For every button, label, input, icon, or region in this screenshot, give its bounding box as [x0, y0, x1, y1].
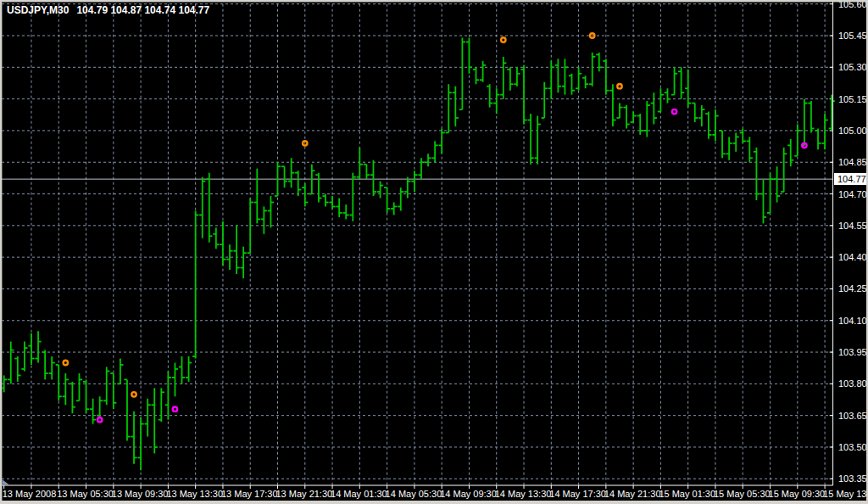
price-axis-label: 103.80 [838, 378, 866, 389]
ohlc-bar [254, 169, 260, 224]
orange-signal-marker-icon [617, 84, 621, 88]
orange-signal-marker-icon [64, 361, 68, 365]
ohlc-bar [159, 388, 164, 422]
ohlc-bar [152, 388, 158, 453]
ohlc-bar [70, 382, 75, 413]
symbol-period-label: USDJPY,M30 [7, 4, 69, 16]
ohlc-bar [364, 165, 370, 179]
ohlc-bar [172, 362, 178, 396]
ohlc-bar [357, 148, 363, 179]
ohlc-bar [644, 101, 650, 137]
time-axis-label: 15 May 13:30 [823, 489, 866, 499]
ohlc-bar [794, 124, 800, 155]
time-axis-label: 15 May 09:30 [769, 489, 826, 499]
ohlc-bar [665, 88, 670, 103]
ohlc-bar [671, 67, 677, 94]
ohlc-bar [377, 182, 383, 199]
chart-plot-area[interactable]: USDJPY,M30104.79 104.87 104.74 104.77 10… [2, 2, 866, 501]
ohlc-bar [42, 350, 48, 380]
ohlc-bar [754, 148, 760, 200]
ohlc-bar [90, 399, 96, 424]
ohlc-bar [186, 356, 192, 382]
ohlc-bar [453, 87, 459, 126]
price-axis-label: 104.85 [838, 157, 866, 167]
ohlc-bar [213, 227, 219, 249]
ohlc-bar [97, 396, 103, 417]
ohlc-bar [507, 67, 513, 90]
ohlc-bar [493, 88, 499, 114]
ohlc-bar [329, 196, 335, 209]
ohlc-bar [808, 101, 814, 132]
price-axis-label: 103.35 [838, 473, 866, 484]
ohlc-bar [596, 53, 602, 71]
ohlc-bar [117, 359, 123, 384]
ohlc-bar [829, 95, 835, 131]
price-bars [2, 37, 835, 470]
chart-title: USDJPY,M30104.79 104.87 104.74 104.77 [7, 4, 209, 16]
time-axis-label: 13 May 21:30 [276, 489, 333, 499]
ohlc-bar [124, 379, 130, 440]
ohlc-bar [110, 373, 116, 409]
ohlc-bar [384, 188, 390, 213]
time-axis-label: 15 May 05:30 [714, 489, 771, 499]
ohlc-bar [589, 53, 595, 87]
time-axis-label: 13 May 05:30 [57, 489, 114, 499]
price-axis-label: 104.55 [838, 221, 866, 231]
time-axis-label: 13 May 2008 [3, 489, 57, 499]
ohlc-bar [83, 379, 89, 413]
ohlc-bar [555, 59, 561, 92]
ohlc-bar [295, 171, 301, 196]
ohlc-bar [220, 221, 225, 266]
ohlc-bar [705, 112, 711, 139]
ohlc-bar [500, 57, 506, 99]
ohlc-bar [480, 61, 486, 82]
price-axis-label: 103.65 [838, 411, 866, 421]
ohlc-bar [535, 116, 541, 165]
ohlc-bar [350, 173, 356, 221]
price-axis-label: 105.30 [838, 62, 866, 72]
price-axis-label: 105.00 [838, 126, 866, 136]
ohlc-bar [473, 67, 479, 84]
ohlc-bar [398, 188, 403, 210]
price-axis-label: 105.60 [838, 2, 866, 9]
ohlc-bar [631, 112, 637, 122]
ohlc-bar [425, 154, 431, 166]
price-axis-label: 104.40 [838, 252, 866, 262]
time-axis-label: 14 May 13:30 [495, 489, 552, 499]
ohlc-bar [760, 179, 766, 223]
current-price-value: 104.77 [837, 174, 866, 184]
ohlc-bar [131, 412, 136, 464]
ohlc-bar [692, 104, 698, 122]
ohlc-bar [268, 196, 274, 227]
ohlc-bar [747, 137, 753, 162]
current-price-label: 104.77 [834, 173, 866, 185]
time-axis-label: 14 May 05:30 [386, 489, 442, 499]
ohlc-bar [233, 226, 239, 274]
ohlc-bar [774, 166, 780, 202]
ohlc-bar [658, 88, 664, 111]
chart-window: USDJPY,M30104.79 104.87 104.74 104.77 10… [0, 0, 868, 504]
time-axis-label: 14 May 21:30 [604, 489, 661, 499]
time-axis-label: 13 May 09:30 [112, 489, 169, 499]
ohlc-bar [514, 67, 520, 86]
ohlc-bar [446, 84, 452, 132]
ohlc-bar [637, 114, 643, 135]
time-axis-label: 14 May 17:30 [549, 489, 606, 499]
orange-signal-marker-icon [131, 392, 136, 396]
ohlc-bar [582, 76, 588, 88]
ohlc-bar [609, 84, 615, 126]
ohlc-bar [651, 92, 657, 124]
ohlc-bar [199, 177, 205, 238]
scroll-end-marker-icon [3, 479, 10, 485]
ohlc-bar [726, 137, 732, 160]
chart-canvas[interactable] [2, 2, 866, 501]
time-axis-label: 14 May 01:30 [331, 489, 387, 499]
magenta-signal-marker-icon [97, 417, 102, 422]
ohlc-bar [719, 131, 725, 158]
ohlc-bar [542, 82, 548, 118]
ohlc-bar [418, 158, 424, 179]
ohlc-bar [733, 132, 739, 151]
ohlc-bar [35, 331, 41, 362]
ohlc-bar [685, 70, 691, 108]
ohlc-bar [145, 399, 151, 437]
